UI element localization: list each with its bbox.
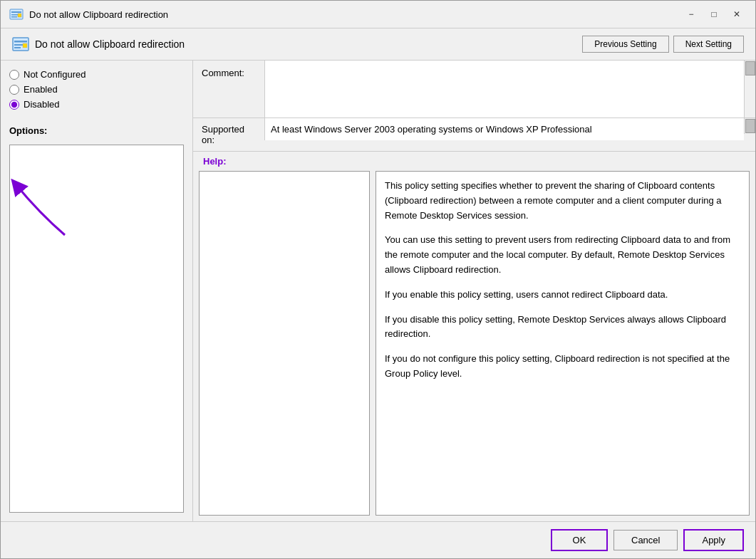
comment-label: Comment:: [193, 61, 264, 117]
svg-rect-6: [14, 41, 27, 43]
left-panel: Not Configured Enabled Disabled: [1, 61, 193, 521]
previous-setting-button[interactable]: Previous Setting: [582, 36, 668, 53]
minimize-button[interactable]: −: [681, 6, 701, 22]
window-icon: [9, 7, 24, 21]
not-configured-label: Not Configured: [24, 69, 86, 80]
header-section: Do not allow Clipboard redirection Previ…: [1, 28, 755, 61]
comment-textarea[interactable]: [264, 61, 744, 117]
title-controls: − □ ✕: [681, 6, 747, 22]
right-panel: Comment: Supported on: At least Windows …: [193, 61, 755, 521]
help-para-2: You can use this setting to prevent user…: [385, 233, 740, 277]
maximize-button[interactable]: □: [704, 6, 724, 22]
help-para-4: If you disable this policy setting, Remo…: [385, 313, 740, 343]
ok-button[interactable]: OK: [551, 529, 608, 551]
help-section: Help: This policy setting specifies whet…: [193, 152, 755, 521]
supported-label: Supported on:: [193, 118, 264, 151]
supported-content: At least Windows Server 2003 operating s…: [264, 118, 744, 140]
header-left: Do not allow Clipboard redirection: [12, 36, 185, 53]
help-para-3: If you enable this policy setting, users…: [385, 288, 740, 303]
comment-scroll-thumb[interactable]: [745, 61, 755, 75]
svg-rect-3: [11, 16, 17, 18]
header-title: Do not allow Clipboard redirection: [35, 38, 185, 50]
disabled-option[interactable]: Disabled: [9, 99, 184, 110]
bottom-bar: OK Cancel Apply: [1, 521, 755, 558]
supported-scroll-thumb[interactable]: [745, 119, 755, 133]
help-header-row: Help:: [193, 152, 755, 171]
options-label: Options:: [9, 125, 184, 136]
main-window: Do not allow Clipboard redirection − □ ✕…: [0, 0, 756, 559]
help-label: Help:: [202, 156, 227, 167]
svg-rect-9: [23, 43, 27, 48]
supported-scrollbar: [744, 118, 755, 134]
main-content: Not Configured Enabled Disabled: [1, 61, 755, 521]
supported-text: At least Windows Server 2003 operating s…: [271, 124, 592, 135]
enabled-option[interactable]: Enabled: [9, 84, 184, 95]
help-text-area: This policy setting specifies whether to…: [376, 171, 750, 516]
svg-rect-8: [14, 47, 21, 48]
cancel-button[interactable]: Cancel: [613, 530, 678, 550]
title-bar-left: Do not allow Clipboard redirection: [9, 7, 168, 21]
comment-section: Comment:: [193, 61, 755, 118]
disabled-radio[interactable]: [9, 100, 19, 110]
supported-section: Supported on: At least Windows Server 20…: [193, 118, 755, 152]
enabled-radio[interactable]: [9, 85, 19, 95]
comment-scrollbar: [744, 61, 755, 117]
close-button[interactable]: ✕: [727, 6, 747, 22]
header-policy-icon: [12, 36, 29, 53]
help-para-5: If you do not configure this policy sett…: [385, 352, 740, 382]
radio-group: Not Configured Enabled Disabled: [9, 69, 184, 110]
svg-rect-7: [14, 44, 23, 46]
svg-rect-4: [18, 14, 21, 17]
enabled-label: Enabled: [24, 84, 58, 95]
options-box: [9, 145, 184, 513]
apply-button[interactable]: Apply: [683, 529, 744, 551]
header-buttons: Previous Setting Next Setting: [582, 36, 744, 53]
window-title: Do not allow Clipboard redirection: [29, 9, 168, 20]
title-bar: Do not allow Clipboard redirection − □ ✕: [1, 1, 755, 28]
lower-left-panel: [199, 171, 370, 516]
svg-rect-1: [11, 11, 21, 13]
help-para-1: This policy setting specifies whether to…: [385, 179, 740, 223]
not-configured-radio[interactable]: [9, 70, 19, 80]
svg-rect-2: [11, 14, 19, 16]
next-setting-button[interactable]: Next Setting: [673, 36, 744, 53]
not-configured-option[interactable]: Not Configured: [9, 69, 184, 80]
disabled-label: Disabled: [24, 99, 60, 110]
panels-lower: This policy setting specifies whether to…: [193, 171, 755, 521]
